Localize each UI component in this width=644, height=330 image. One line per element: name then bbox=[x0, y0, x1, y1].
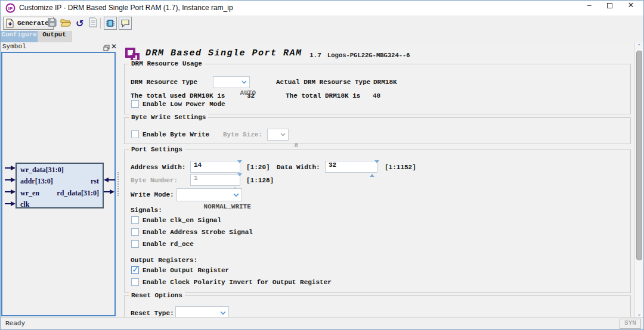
total-used-value: 32 bbox=[247, 92, 255, 99]
symbol-panel-title: Symbol bbox=[2, 43, 26, 50]
output-registers-label: Output Registers: bbox=[131, 257, 197, 264]
address-width-range: [1:20] bbox=[246, 164, 270, 171]
scroll-up-icon[interactable]: ⌃ bbox=[637, 43, 642, 49]
enable-byte-write-label: Enable Byte Write bbox=[143, 131, 209, 138]
enable-byte-write-checkbox[interactable] bbox=[131, 130, 139, 138]
symbol-panel-header: Symbol ✕ bbox=[1, 42, 116, 52]
close-panel-icon[interactable]: ✕ bbox=[111, 42, 117, 51]
drm-resource-type-select[interactable]: AUTO bbox=[213, 76, 250, 88]
ram-symbol-block: wr_data[31:0] addr[13:0] wr_en clk rst r… bbox=[16, 163, 104, 208]
svg-text:IP: IP bbox=[8, 6, 13, 11]
byte-number-spinner[interactable]: 1 bbox=[190, 174, 240, 186]
enable-clock-polarity-checkbox[interactable] bbox=[131, 278, 139, 286]
toolbar: Generate ↺ bbox=[1, 15, 643, 31]
spin-down-icon[interactable] bbox=[237, 160, 242, 174]
spinner-arrows[interactable] bbox=[233, 176, 237, 183]
generate-button[interactable]: Generate bbox=[3, 17, 54, 30]
group-title: Byte Write Settings bbox=[129, 114, 208, 121]
enable-clk-en-label: Enable clk_en Signal bbox=[143, 217, 221, 224]
drm-resource-type-label: DRM Resource Type bbox=[131, 79, 197, 86]
scrollbar-thumb[interactable] bbox=[636, 51, 642, 260]
scroll-down-icon[interactable]: ⌄ bbox=[637, 311, 642, 317]
close-button[interactable]: ✕ bbox=[621, 1, 641, 15]
input-arrow-icon bbox=[11, 201, 16, 206]
port-label: rd_data[31:0] bbox=[57, 189, 99, 198]
byte-size-select[interactable]: 8 bbox=[267, 129, 289, 141]
enable-addr-strobe-checkbox[interactable] bbox=[131, 228, 139, 236]
reset-type-select[interactable]: ASYNC bbox=[175, 306, 229, 317]
open-folder-icon[interactable] bbox=[60, 17, 72, 29]
byte-number-label: Byte Number: bbox=[131, 177, 178, 184]
address-width-spinner[interactable]: 14 bbox=[190, 161, 240, 173]
status-message: Ready bbox=[5, 320, 25, 327]
configure-panel: DRM Based Single Port RAM 1.7 Logos-PGL2… bbox=[120, 42, 634, 317]
window-title: Customize IP - DRM Based Single Port RAM… bbox=[19, 4, 233, 12]
enable-low-power-checkbox[interactable] bbox=[131, 100, 139, 108]
spin-up-icon[interactable] bbox=[370, 163, 374, 177]
generate-label: Generate bbox=[17, 20, 49, 27]
ip-version: 1.7 bbox=[309, 52, 321, 59]
enable-clock-polarity-label: Enable Clock Polarity Invert for Output … bbox=[143, 279, 332, 286]
write-mode-label: Write Mode: bbox=[131, 191, 174, 198]
enable-clk-en-checkbox[interactable] bbox=[131, 216, 139, 224]
port-label: wr_en bbox=[20, 189, 39, 198]
chevron-down-icon bbox=[233, 193, 239, 197]
group-title: Reset Options bbox=[129, 292, 185, 299]
status-bar: Ready SYN bbox=[1, 317, 643, 330]
port-label: rst bbox=[91, 177, 99, 186]
total-drm-value: 48 bbox=[373, 92, 380, 99]
toolbar-separator bbox=[100, 18, 101, 29]
enable-addr-strobe-label: Enable Address Strobe Signal bbox=[143, 229, 253, 236]
signals-label: Signals: bbox=[131, 207, 162, 214]
port-label: clk bbox=[20, 200, 29, 209]
input-arrow-icon bbox=[104, 178, 109, 182]
enable-low-power-label: Enable Low Power Mode bbox=[143, 101, 225, 108]
select-value: 8 bbox=[295, 142, 299, 149]
input-arrow-icon bbox=[11, 178, 16, 182]
port-wire bbox=[109, 179, 115, 180]
reset-type-label: Reset Type: bbox=[131, 310, 174, 317]
chevron-down-icon bbox=[220, 311, 226, 315]
message-icon[interactable] bbox=[119, 17, 132, 30]
ip-app-icon: IP bbox=[5, 3, 16, 13]
tab-output[interactable]: Output bbox=[38, 31, 72, 42]
enable-rd-oce-label: Enable rd_oce bbox=[143, 241, 194, 248]
chip-icon[interactable] bbox=[104, 17, 117, 30]
refresh-icon[interactable]: ↺ bbox=[76, 18, 88, 30]
ip-title: DRM Based Single Port RAM bbox=[145, 48, 302, 58]
spinner-arrows[interactable] bbox=[370, 163, 374, 170]
spin-down-icon[interactable] bbox=[374, 160, 379, 174]
output-arrow-icon bbox=[110, 189, 114, 194]
actual-drm-type-label: Actual DRM Resourse Type bbox=[276, 79, 370, 86]
input-arrow-icon bbox=[11, 166, 16, 170]
address-width-label: Address Width: bbox=[131, 164, 185, 171]
data-width-spinner[interactable]: 32 bbox=[325, 161, 377, 173]
enable-output-register-label: Enable Output Register bbox=[143, 267, 229, 274]
maximize-icon bbox=[607, 3, 612, 8]
report-icon[interactable] bbox=[89, 17, 101, 29]
symbol-view: wr_data[31:0] addr[13:0] wr_en clk rst r… bbox=[1, 52, 116, 316]
maximize-button[interactable] bbox=[599, 1, 620, 15]
spin-down-icon[interactable] bbox=[237, 173, 242, 187]
enable-rd-oce-checkbox[interactable] bbox=[131, 240, 139, 248]
chevron-down-icon bbox=[242, 80, 247, 84]
enable-output-register-checkbox[interactable] bbox=[131, 266, 139, 274]
port-label: addr[13:0] bbox=[20, 177, 53, 186]
minimize-button[interactable]: – bbox=[579, 1, 599, 15]
syn-mode-badge: SYN bbox=[620, 319, 641, 329]
float-panel-icon[interactable] bbox=[103, 43, 110, 50]
select-value: NORMAL_WRITE bbox=[204, 203, 251, 210]
tab-configure[interactable]: Configure bbox=[1, 31, 38, 42]
input-arrow-icon bbox=[11, 189, 16, 194]
total-drm-label: The total DRM18K is bbox=[286, 92, 360, 99]
device-name: Logos-PGL22G-MBG324--6 bbox=[327, 52, 410, 59]
group-title: DRM Resource Usage bbox=[129, 60, 205, 67]
data-width-range: [1:1152] bbox=[385, 164, 416, 171]
vertical-scrollbar[interactable]: ⌃ ⌄ bbox=[634, 42, 643, 317]
panel-splitter[interactable] bbox=[117, 172, 119, 196]
write-mode-select[interactable]: NORMAL_WRITE bbox=[177, 188, 242, 201]
save-icon[interactable] bbox=[47, 17, 59, 29]
customize-ip-window: IP Customize IP - DRM Based Single Port … bbox=[0, 0, 644, 330]
spinner-arrows[interactable] bbox=[233, 163, 237, 170]
tab-bar: Configure Output bbox=[1, 31, 643, 42]
